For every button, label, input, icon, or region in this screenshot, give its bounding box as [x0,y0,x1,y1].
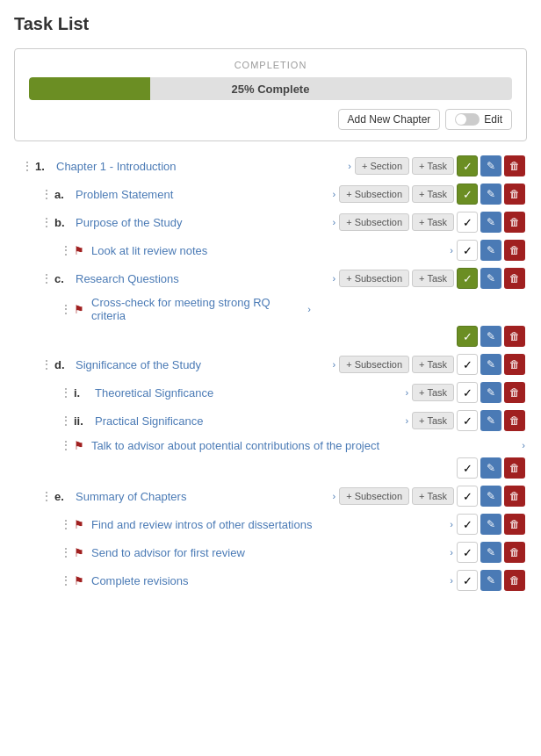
drag-handle-icon[interactable]: ⋮ [21,159,32,173]
edit-button[interactable]: ✎ [480,382,501,403]
subsection-letter: d. [54,358,72,371]
flag-icon: ⚑ [74,518,84,531]
check-button[interactable]: ✓ [457,382,478,403]
delete-button[interactable]: 🗑 [504,268,525,289]
task-title[interactable]: Look at lit review notes [91,244,444,257]
edit-button[interactable]: ✎ [480,212,501,233]
edit-button[interactable]: ✎ [480,326,501,347]
subsection-title[interactable]: Research Questions [76,272,328,285]
delete-button[interactable]: 🗑 [504,382,525,403]
drag-handle-icon[interactable]: ⋮ [60,517,70,531]
delete-button[interactable]: 🗑 [504,184,525,205]
add-subsection-button[interactable]: + Subsection [339,185,409,203]
delete-button[interactable]: 🗑 [504,240,525,261]
add-subsection-button[interactable]: + Subsection [339,487,409,505]
progress-bar-fill [29,77,150,100]
table-row: ⋮ ⚑ Find and review intros of other diss… [14,510,527,538]
check-button[interactable]: ✓ [457,155,478,176]
check-button[interactable]: ✓ [457,326,478,347]
chevron-right-icon: › [450,575,453,586]
add-task-button[interactable]: + Task [412,384,454,401]
check-button[interactable]: ✓ [457,184,478,205]
subsection-title[interactable]: Summary of Chapters [76,490,328,503]
chapter-title[interactable]: Chapter 1 - Introduction [56,160,343,173]
subsubsection-title[interactable]: Theoretical Signficance [95,386,400,400]
table-row: ⋮ ⚑ Look at lit review notes › ✓ ✎ 🗑 [14,236,527,264]
add-task-button[interactable]: + Task [412,487,454,505]
subsection-title[interactable]: Significance of the Study [76,358,328,371]
delete-button[interactable]: 🗑 [504,570,525,591]
edit-button[interactable]: ✎ [480,410,501,431]
check-button[interactable]: ✓ [457,212,478,233]
add-task-button[interactable]: + Task [412,412,454,429]
edit-button[interactable]: ✎ [480,354,501,375]
drag-handle-icon[interactable]: ⋮ [60,414,70,428]
task-title[interactable]: Complete revisions [91,574,444,587]
add-task-button[interactable]: + Task [412,185,454,203]
chevron-right-icon: › [450,547,453,558]
completion-box: COMPLETION 25% Complete Add New Chapter … [14,48,527,141]
check-button[interactable]: ✓ [457,457,478,479]
subsubsection-title[interactable]: Practical Significance [95,414,400,428]
delete-button[interactable]: 🗑 [504,354,525,375]
table-row: ⋮ c. Research Questions › + Subsection +… [14,264,527,292]
add-task-button[interactable]: + Task [412,213,454,231]
subsubsection-number: ii. [74,414,91,428]
add-section-button[interactable]: + Section [355,157,409,175]
delete-button[interactable]: 🗑 [504,410,525,431]
table-row: ⋮ ⚑ Send to advisor for first review › ✓… [14,538,527,566]
add-subsection-button[interactable]: + Subsection [339,356,409,373]
edit-toggle[interactable]: Edit [445,109,512,130]
task-title[interactable]: Talk to advisor about potential contribu… [91,439,518,452]
check-button[interactable]: ✓ [457,570,478,591]
delete-button[interactable]: 🗑 [504,155,525,176]
drag-handle-icon[interactable]: ⋮ [60,573,70,587]
drag-handle-icon[interactable]: ⋮ [60,243,70,257]
edit-button[interactable]: ✎ [480,155,501,176]
drag-handle-icon[interactable]: ⋮ [40,357,51,371]
task-title[interactable]: Cross-check for meeting strong RQ criter… [91,296,302,322]
check-button[interactable]: ✓ [457,486,478,507]
edit-button[interactable]: ✎ [480,542,501,563]
check-button[interactable]: ✓ [457,542,478,563]
subsection-title[interactable]: Problem Statement [76,188,328,201]
drag-handle-icon[interactable]: ⋮ [60,545,70,559]
add-chapter-button[interactable]: Add New Chapter [338,109,441,130]
drag-handle-icon[interactable]: ⋮ [60,302,70,316]
drag-handle-icon[interactable]: ⋮ [60,438,70,452]
drag-handle-icon[interactable]: ⋮ [40,215,51,229]
check-button[interactable]: ✓ [457,514,478,535]
table-row: ⋮ a. Problem Statement › + Subsection + … [14,180,527,208]
task-title[interactable]: Send to advisor for first review [91,546,444,559]
edit-button[interactable]: ✎ [480,457,501,479]
drag-handle-icon[interactable]: ⋮ [40,489,51,503]
check-button[interactable]: ✓ [457,268,478,289]
check-button[interactable]: ✓ [457,354,478,375]
task-title[interactable]: Find and review intros of other disserta… [91,518,444,531]
drag-handle-icon[interactable]: ⋮ [60,385,70,400]
delete-button[interactable]: 🗑 [504,457,525,479]
edit-button[interactable]: ✎ [480,570,501,591]
delete-button[interactable]: 🗑 [504,514,525,535]
edit-button[interactable]: ✎ [480,514,501,535]
delete-button[interactable]: 🗑 [504,486,525,507]
edit-button[interactable]: ✎ [480,486,501,507]
add-task-button[interactable]: + Task [412,356,454,373]
edit-button[interactable]: ✎ [480,240,501,261]
delete-button[interactable]: 🗑 [504,326,525,347]
delete-button[interactable]: 🗑 [504,212,525,233]
table-row: ⋮ e. Summary of Chapters › + Subsection … [14,482,527,510]
table-row: ⋮ b. Purpose of the Study › + Subsection… [14,208,527,236]
add-task-button[interactable]: + Task [412,270,454,287]
edit-button[interactable]: ✎ [480,268,501,289]
subsection-title[interactable]: Purpose of the Study [76,216,328,229]
check-button[interactable]: ✓ [457,240,478,261]
drag-handle-icon[interactable]: ⋮ [40,271,51,285]
delete-button[interactable]: 🗑 [504,542,525,563]
edit-button[interactable]: ✎ [480,184,501,205]
add-subsection-button[interactable]: + Subsection [339,213,409,231]
add-task-button[interactable]: + Task [412,157,454,175]
check-button[interactable]: ✓ [457,410,478,431]
add-subsection-button[interactable]: + Subsection [339,270,409,287]
drag-handle-icon[interactable]: ⋮ [40,187,51,201]
